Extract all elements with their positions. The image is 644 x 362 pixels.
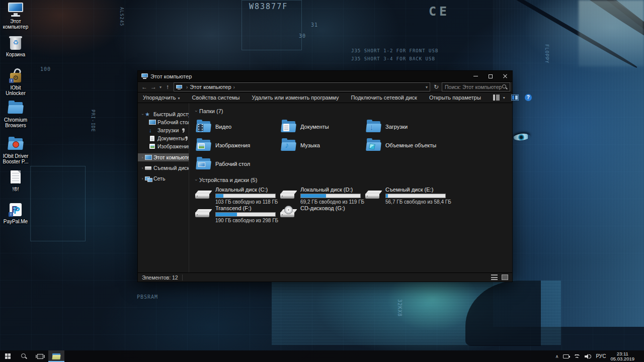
recycle-bin-icon: ♻	[7, 35, 24, 50]
expand-chevron-icon[interactable]: ›	[140, 112, 145, 117]
folder-tile-downloads[interactable]: ↓ Загрузки	[365, 117, 456, 136]
open-settings-button[interactable]: Открыть параметры	[429, 95, 481, 101]
text-document-icon	[7, 170, 24, 185]
usb-device-icon[interactable]	[563, 354, 569, 358]
wallpaper-number: 100	[40, 66, 51, 72]
drive-tile-g[interactable]: CD-дисковод (G:)	[280, 205, 365, 223]
address-bar[interactable]: › Этот компьютер › ▾	[174, 82, 430, 92]
system-tray: ∧ РУС 23:11 05.03.2019	[555, 350, 644, 362]
wifi-icon[interactable]	[574, 354, 580, 359]
drive-tile-e[interactable]: Съемный диск (E:) 56,7 ГБ свободно из 58…	[365, 186, 456, 205]
back-button[interactable]: ←	[140, 83, 149, 90]
sidebar-item-this-pc[interactable]: › Этот компьютер	[138, 153, 189, 161]
desktop-icon-label: IObit Unlocker	[0, 85, 31, 96]
change-view-button[interactable]: ▾	[493, 95, 505, 101]
taskbar-search-button[interactable]	[16, 350, 32, 362]
preview-pane-button[interactable]	[511, 95, 519, 101]
tray-overflow-chevron-icon[interactable]: ∧	[555, 354, 559, 359]
address-dropdown-icon[interactable]: ▾	[426, 85, 428, 89]
help-button[interactable]: ?	[525, 94, 532, 101]
task-view-button[interactable]	[32, 350, 48, 362]
folder-tile-documents[interactable]: Документы	[280, 117, 365, 136]
system-properties-button[interactable]: Свойства системы	[192, 95, 239, 101]
volume-icon[interactable]	[585, 354, 591, 359]
hdd-icon	[195, 208, 212, 219]
navigation-bar: ← → ▾ ↑ › Этот компьютер › ▾ ↻ Поиск: Эт…	[138, 81, 512, 93]
desktop-icon-chromium-browsers[interactable]: Chromium Browsers	[0, 101, 31, 128]
desktop-folder-icon	[195, 157, 212, 170]
sidebar-item-network[interactable]: › Сеть	[138, 174, 189, 183]
desktop-icon-label: Корзина	[0, 52, 31, 57]
this-pc-icon	[176, 85, 182, 89]
search-input[interactable]: Поиск: Этот компьютер	[442, 82, 510, 92]
sidebar-item-downloads[interactable]: ↓ Загрузки	[138, 126, 189, 134]
monitor-icon	[145, 155, 151, 160]
taskbar-file-explorer-button[interactable]	[48, 350, 64, 362]
sidebar-item-removable-disk[interactable]: › Съемный диск (E:)	[138, 164, 189, 172]
clock[interactable]: 23:11 05.03.2019	[610, 351, 634, 361]
desktop-icon-paypal[interactable]: PPf PayPal.Me	[0, 202, 31, 224]
drives-group-header[interactable]: › Устройства и диски (5)	[193, 177, 512, 183]
task-view-icon	[37, 354, 43, 359]
close-button[interactable]	[498, 71, 512, 81]
music-folder-icon: ♪	[280, 138, 297, 152]
folders-group-header[interactable]: › Папки (7)	[193, 108, 512, 114]
expand-chevron-icon[interactable]: ›	[140, 166, 145, 170]
drive-tile-d[interactable]: Локальный диск (D:) 69,2 ГБ свободно из …	[280, 186, 365, 205]
title-bar[interactable]: Этот компьютер	[138, 71, 512, 81]
folder-tile-3d-objects[interactable]: Объемные объекты	[365, 136, 456, 154]
wallpaper-glow	[579, 0, 644, 66]
up-button[interactable]: ↑	[163, 83, 172, 90]
folder-tile-video[interactable]: Видео	[195, 117, 280, 136]
details-view-icon[interactable]	[491, 275, 498, 280]
pictures-icon	[149, 144, 155, 149]
monitor-icon	[149, 120, 155, 125]
search-icon	[502, 84, 507, 89]
desktop-icon-driver-booster[interactable]: IObit Driver Booster P...	[0, 137, 31, 164]
hdd-icon	[280, 189, 297, 200]
breadcrumb-chevron-icon: ›	[186, 84, 188, 90]
drive-tile-f[interactable]: Transcend (F:) 190 ГБ свободно из 298 ГБ	[195, 205, 280, 223]
desktop-icon-this-pc[interactable]: Этот компьютер	[0, 2, 31, 30]
capacity-bar	[215, 194, 276, 198]
start-button[interactable]	[0, 350, 16, 362]
unlocker-icon: ⚙f	[7, 68, 24, 83]
forward-button[interactable]: →	[149, 83, 158, 90]
language-indicator[interactable]: РУС	[596, 353, 606, 359]
wallpaper-als-label: ALS245	[119, 7, 124, 27]
capacity-bar	[215, 212, 276, 217]
drive-tile-c[interactable]: Локальный диск (C:) 103 ГБ свободно из 1…	[195, 186, 280, 205]
expand-chevron-icon[interactable]: ›	[140, 176, 145, 181]
uninstall-program-button[interactable]: Удалить или изменить программу	[252, 95, 339, 101]
thumbnails-view-icon[interactable]	[502, 275, 508, 280]
circuit-chip-outline	[30, 166, 86, 241]
refresh-button[interactable]: ↻	[432, 83, 441, 90]
expand-chevron-icon[interactable]: ›	[140, 155, 145, 160]
this-pc-icon	[7, 2, 24, 17]
maximize-icon	[489, 74, 493, 78]
capacity-bar	[300, 194, 361, 198]
desktop-icon-text-file[interactable]: !®!	[0, 170, 31, 192]
folder-tile-music[interactable]: ♪ Музыка	[280, 136, 365, 154]
folder-tile-pictures[interactable]: Изображения	[195, 136, 280, 154]
recent-locations-button[interactable]: ▾	[158, 85, 163, 89]
map-network-drive-button[interactable]: Подключить сетевой диск	[351, 95, 417, 101]
organize-menu[interactable]: Упорядочить▾	[143, 95, 180, 101]
desktop-icon-label: Этот компьютер	[0, 19, 31, 30]
breadcrumb-chevron-icon[interactable]: ›	[233, 84, 235, 90]
3d-objects-folder-icon	[365, 138, 382, 152]
sidebar-item-desktop[interactable]: Рабочий стол	[138, 118, 189, 126]
sidebar-item-quick-access[interactable]: › ★ Быстрый доступ	[138, 110, 189, 118]
desktop-icon-recycle-bin[interactable]: ♻ Корзина	[0, 35, 31, 57]
folder-tile-desktop[interactable]: Рабочий стол	[195, 154, 280, 173]
sidebar-item-pictures[interactable]: Изображения	[138, 142, 189, 150]
wallpaper-ce-mark: CE	[429, 4, 450, 19]
minimize-button[interactable]	[468, 71, 483, 81]
desktop-icon-iobit-unlocker[interactable]: ⚙f IObit Unlocker	[0, 68, 31, 96]
minimize-icon	[473, 76, 478, 76]
breadcrumb[interactable]: Этот компьютер	[190, 84, 231, 90]
close-icon	[503, 74, 508, 79]
search-placeholder: Поиск: Этот компьютер	[445, 84, 502, 90]
maximize-button[interactable]	[483, 71, 498, 81]
sidebar-item-documents[interactable]: Документы	[138, 134, 189, 142]
